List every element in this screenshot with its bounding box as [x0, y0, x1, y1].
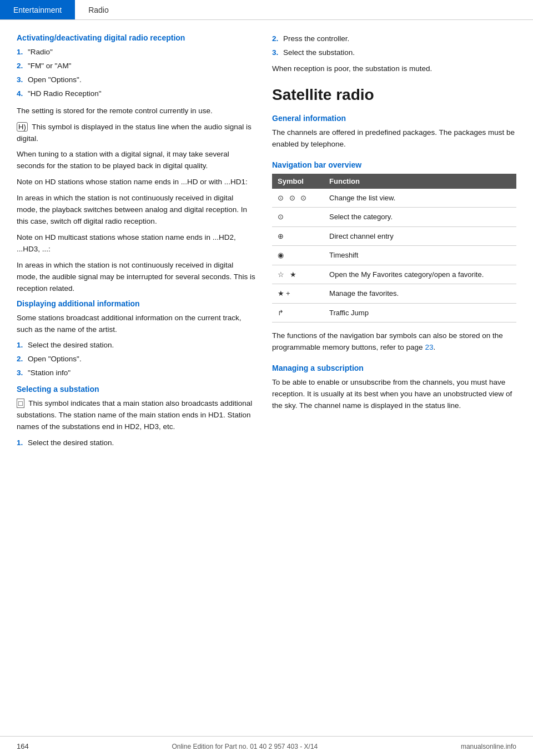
displaying-heading: Displaying additional information: [17, 299, 255, 308]
disp-step-3: 3. "Station info": [17, 367, 255, 379]
function-manage-fav: Manage the favorites.: [324, 284, 516, 304]
symbol-favorites: ☆ ★: [272, 265, 324, 284]
nav-radio[interactable]: Radio: [75, 0, 122, 19]
nav-radio-label: Radio: [88, 6, 109, 14]
managing-body: To be able to enable or unsubscribe from…: [272, 377, 516, 412]
symbol-category: ⊙: [272, 208, 324, 227]
sub-step-3: 3. Select the substation.: [272, 47, 516, 59]
step-4: 4. "HD Radio Reception": [17, 88, 255, 100]
activating-note7: In areas in which the station is not con…: [17, 260, 255, 295]
symbol-traffic-jump: ↱: [272, 303, 324, 322]
function-category: Select the category.: [324, 208, 516, 227]
footer-watermark: manualsonline.info: [461, 743, 516, 750]
activating-note4: Note on HD stations whose station name e…: [17, 177, 255, 188]
activating-note6: Note on HD multicast stations whose stat…: [17, 232, 255, 255]
substation-note: □ This symbol indicates that a main stat…: [17, 398, 255, 433]
section-substation: Selecting a substation □ This symbol ind…: [17, 385, 255, 449]
function-timeshift: Timeshift: [324, 246, 516, 265]
displaying-body: Some stations broadcast additional infor…: [17, 313, 255, 336]
general-info-body: The channels are offered in predefined p…: [272, 127, 516, 150]
disp-step-2: 2. Open "Options".: [17, 354, 255, 365]
function-traffic-jump: Traffic Jump: [324, 303, 516, 322]
navtable-col-symbol: Symbol: [272, 174, 324, 189]
activating-note1: The setting is stored for the remote con…: [17, 105, 255, 117]
top-navigation-bar: Entertainment Radio: [0, 0, 533, 20]
navtable-row-4: ◉ Timeshift: [272, 246, 516, 265]
navtable-row-5: ☆ ★ Open the My Favorites category/open …: [272, 265, 516, 284]
symbol-manage-fav: ★+: [272, 284, 324, 304]
navtable-row-6: ★+ Manage the favorites.: [272, 284, 516, 304]
substation-muted-note: When reception is poor, the substation i…: [272, 63, 516, 75]
navtable-header-row: Symbol Function: [272, 174, 516, 189]
sub-step-1: 1. Select the desired station.: [17, 437, 255, 449]
sub-step-2: 2. Press the controller.: [272, 33, 516, 45]
symbol-list-view: ⊙ ⊙ ⊙: [272, 189, 324, 208]
symbol-timeshift: ◉: [272, 246, 324, 265]
function-list-view: Change the list view.: [324, 189, 516, 208]
displaying-steps: 1. Select the desired station. 2. Open "…: [17, 340, 255, 379]
step-3: 3. Open "Options".: [17, 74, 255, 86]
activating-note3: When tuning to a station with a digital …: [17, 149, 255, 172]
left-column: Activating/deactivating digital radio re…: [17, 33, 255, 455]
function-favorites: Open the My Favorites category/open a fa…: [324, 265, 516, 284]
activating-note2: H) This symbol is displayed in the statu…: [17, 122, 255, 145]
navtable-footer-text: The functions of the navigation bar symb…: [272, 330, 516, 354]
step-1: 1. "Radio": [17, 47, 255, 58]
navtable-row-1: ⊙ ⊙ ⊙ Change the list view.: [272, 189, 516, 208]
navtable-row-2: ⊙ Select the category.: [272, 208, 516, 227]
footer-copyright: Online Edition for Part no. 01 40 2 957 …: [172, 743, 318, 750]
satellite-main-heading: Satellite radio: [272, 86, 516, 104]
substation-icon: □: [17, 399, 24, 408]
managing-heading: Managing a subscription: [272, 364, 516, 372]
hd-icon: H): [17, 122, 28, 132]
substation-steps-right: 2. Press the controller. 3. Select the s…: [272, 33, 516, 59]
navtable-heading: Navigation bar overview: [272, 160, 516, 169]
navigation-table: Symbol Function ⊙ ⊙ ⊙ Change the list vi…: [272, 174, 516, 323]
substation-heading: Selecting a substation: [17, 385, 255, 394]
substation-steps-left: 1. Select the desired station.: [17, 437, 255, 449]
disp-step-1: 1. Select the desired station.: [17, 340, 255, 351]
symbol-direct-entry: ⊕: [272, 226, 324, 246]
activating-heading: Activating/deactivating digital radio re…: [17, 33, 255, 42]
navtable-row-3: ⊕ Direct channel entry: [272, 226, 516, 246]
step-2: 2. "FM" or "AM": [17, 61, 255, 72]
section-activating: Activating/deactivating digital radio re…: [17, 33, 255, 295]
nav-entertainment-label: Entertainment: [13, 6, 62, 14]
general-info-heading: General information: [272, 114, 516, 123]
function-direct-entry: Direct channel entry: [324, 226, 516, 246]
page-number: 164: [17, 742, 29, 750]
nav-entertainment[interactable]: Entertainment: [0, 0, 75, 19]
navtable-row-7: ↱ Traffic Jump: [272, 303, 516, 322]
section-displaying: Displaying additional information Some s…: [17, 299, 255, 380]
right-column: 2. Press the controller. 3. Select the s…: [272, 33, 516, 455]
activating-steps: 1. "Radio" 2. "FM" or "AM" 3. Open "Opti…: [17, 47, 255, 100]
navtable-col-function: Function: [324, 174, 516, 189]
main-content: Activating/deactivating digital radio re…: [0, 20, 533, 488]
page-footer: 164 Online Edition for Part no. 01 40 2 …: [0, 736, 533, 756]
activating-note5: In areas in which the station is not con…: [17, 193, 255, 228]
page-23-link[interactable]: 23: [425, 343, 433, 351]
